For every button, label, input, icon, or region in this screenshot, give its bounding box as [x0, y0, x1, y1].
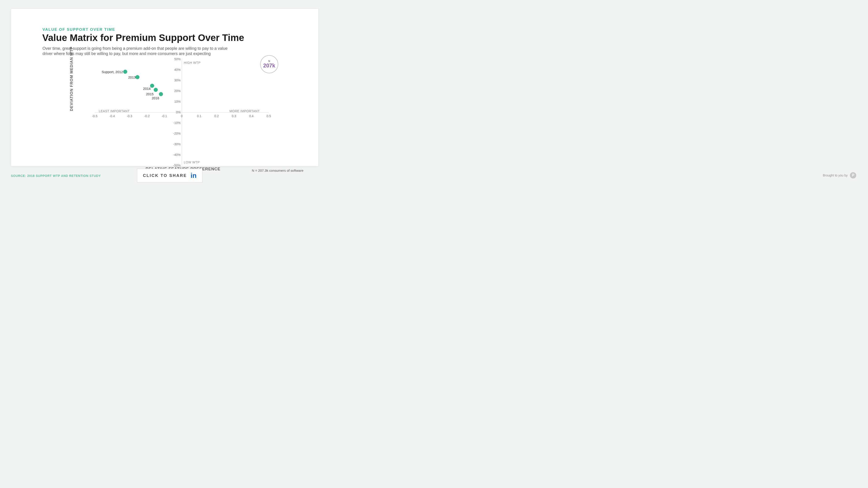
x-tick: 0.4	[249, 114, 253, 118]
y-tick: 10%	[174, 100, 181, 104]
scatter-plot: HIGH WTP LOW WTP LEAST IMPORTANT MORE IM…	[95, 59, 269, 165]
eyebrow: VALUE OF SUPPORT OVER TIME	[42, 27, 115, 32]
data-label-2016: 2016	[152, 96, 159, 100]
data-point-2013	[135, 75, 140, 79]
y-tick: -20%	[173, 132, 181, 135]
quadrant-label-left: LEAST IMPORTANT	[99, 109, 130, 113]
y-tick: 20%	[174, 89, 181, 93]
y-tick: 50%	[174, 57, 181, 61]
data-label-2012: Support, 2012	[96, 70, 123, 74]
x-tick: -0.5	[92, 114, 97, 118]
quadrant-label-right: MORE IMPORTANT	[229, 109, 260, 113]
y-tick: 30%	[174, 79, 181, 82]
data-point-2012	[123, 70, 127, 74]
x-tick: -0.4	[110, 114, 115, 118]
data-point-2016	[159, 92, 163, 96]
x-tick: 0.3	[232, 114, 236, 118]
x-tick: 0.5	[267, 114, 271, 118]
data-label-2013: 2013	[128, 75, 135, 79]
x-tick: -0.2	[144, 114, 150, 118]
x-tick: 0	[181, 114, 183, 118]
quadrant-label-bottom: LOW WTP	[184, 161, 199, 164]
x-tick: 0.1	[197, 114, 201, 118]
y-tick: 0%	[176, 110, 181, 114]
x-tick: -0.3	[127, 114, 132, 118]
data-label-2015: 2015	[146, 92, 153, 96]
data-point-2015	[154, 88, 158, 92]
data-point-2014	[150, 84, 154, 88]
page-title: Value Matrix for Premium Support Over Ti…	[42, 32, 244, 43]
chart-card: VALUE OF SUPPORT OVER TIME Value Matrix …	[11, 8, 318, 166]
y-tick: -40%	[173, 153, 181, 156]
share-button-label: CLICK TO SHARE	[143, 173, 187, 178]
x-tick: -0.1	[162, 114, 167, 118]
y-tick: -30%	[173, 142, 181, 146]
data-label-2014: 2014	[143, 87, 151, 90]
quadrant-label-top: HIGH WTP	[184, 61, 200, 64]
source-citation: SOURCE: 2018 SUPPORT WTP AND RETENTION S…	[11, 174, 101, 178]
linkedin-icon: in	[191, 172, 197, 179]
y-tick: -10%	[173, 121, 181, 125]
x-tick: 0.2	[214, 114, 219, 118]
sample-size-footnote: N = 207.3k consumers of software	[252, 169, 303, 172]
share-button[interactable]: CLICK TO SHARE in	[137, 169, 203, 182]
y-tick: 40%	[174, 68, 181, 71]
y-axis-label: DEVIATION FROM MEDIAN WTP	[69, 47, 74, 111]
